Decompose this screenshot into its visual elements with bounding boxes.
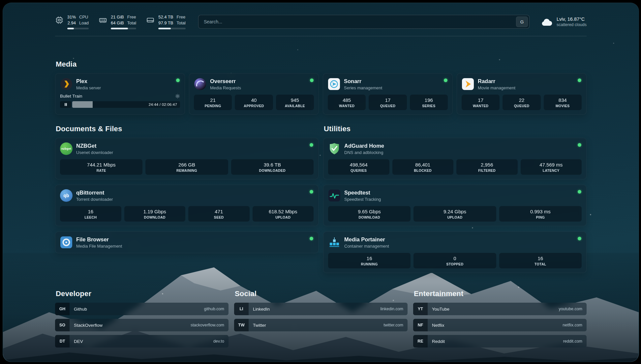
radarr-icon xyxy=(462,78,474,90)
disk-free-label: Free xyxy=(176,14,185,20)
bookmark-url: netflix.com xyxy=(563,323,582,327)
disk-progress-bar xyxy=(158,28,186,29)
section-media: Media Plex Media server xyxy=(55,60,587,115)
bookmark-dev[interactable]: DT DEV dev.to xyxy=(55,335,229,348)
memory-widget: 21 GiB 64 GiB Free Total xyxy=(99,14,136,29)
gear-icon[interactable] xyxy=(175,94,180,99)
search-input[interactable] xyxy=(198,15,530,29)
service-subtitle: Usenet downloader xyxy=(76,150,113,155)
service-header: File Browser Media File Management xyxy=(60,236,314,249)
service-card-filebrowser[interactable]: File Browser Media File Management xyxy=(55,231,319,253)
stat-value: 266 GB xyxy=(147,162,227,167)
bookmark-stackoverflow[interactable]: SO StackOverflow stackoverflow.com xyxy=(55,319,229,331)
stat-queries: 498,564QUERIES xyxy=(328,159,389,175)
stat-label: QUEUED xyxy=(370,104,405,108)
bookmark-netflix[interactable]: NF Netflix netflix.com xyxy=(413,319,587,331)
service-name: Speedtest xyxy=(344,190,381,196)
stat-value: 21 xyxy=(195,97,230,103)
stat-label: DOWNLOAD xyxy=(329,215,409,219)
stat-label: REMAINING xyxy=(147,168,227,172)
service-header: Sonarr Series management xyxy=(328,78,448,90)
portainer-icon xyxy=(328,236,341,249)
stat-label: UPLOAD xyxy=(415,215,495,219)
bookmarks-developer: Developer GH Github github.com SO StackO… xyxy=(55,289,229,348)
stat-value: 17 xyxy=(370,97,405,103)
stat-filtered: 2,956FILTERED xyxy=(456,159,518,175)
bookmark-youtube[interactable]: YT YouTube youtube.com xyxy=(413,303,587,315)
stat-label: WANTED xyxy=(463,104,498,108)
bookmark-github[interactable]: GH Github github.com xyxy=(55,303,229,315)
stat-pending: 21PENDING xyxy=(194,95,232,110)
stat-rate: 744.21 MbpsRATE xyxy=(60,159,142,175)
bookmark-name: DEV xyxy=(74,339,83,344)
service-stats: 498,564QUERIES 86,401BLOCKED 2,956FILTER… xyxy=(328,159,582,175)
disk-widget: 52.4 TB 97.9 TB Free Total xyxy=(146,14,186,29)
service-card-sonarr[interactable]: Sonarr Series management 485WANTED 17QUE… xyxy=(323,73,453,115)
bookmark-url: dev.to xyxy=(213,339,224,344)
service-card-qbittorrent[interactable]: qb qBittorrent Torrent downloader 16LEEC… xyxy=(55,185,319,226)
stat-label: MOVIES xyxy=(545,104,580,108)
stat-queued: 22QUEUED xyxy=(503,95,540,110)
media-cards-row: Plex Media server Bullet Train xyxy=(55,73,587,115)
service-card-overseerr[interactable]: Overseerr Media Requests 21PENDING 40APP… xyxy=(189,73,319,115)
stat-wanted: 485WANTED xyxy=(328,95,366,110)
stat-value: 47.569 ms xyxy=(522,162,581,167)
overseerr-icon xyxy=(194,78,206,90)
stat-value: 39.6 TB xyxy=(232,162,312,167)
stat-label: BLOCKED xyxy=(394,168,452,172)
section-title-media: Media xyxy=(56,60,587,69)
service-stats: 9.65 GbpsDOWNLOAD 9.24 GbpsUPLOAD 0.993 … xyxy=(328,206,582,222)
service-header: Overseerr Media Requests xyxy=(194,78,314,90)
bookmark-name: LinkedIn xyxy=(253,307,270,312)
service-stats: 744.21 MbpsRATE 266 GBREMAINING 39.6 TBD… xyxy=(60,159,314,175)
service-card-radarr[interactable]: Radarr Movie management 17WANTED 22QUEUE… xyxy=(457,73,587,115)
stat-value: 2,956 xyxy=(458,162,516,167)
stat-download: 1.19 GbpsDOWNLOAD xyxy=(124,206,186,222)
bookmark-twitter[interactable]: TW Twitter twitter.com xyxy=(234,319,408,331)
stat-value: 17 xyxy=(463,97,498,103)
bookmark-name: Reddit xyxy=(432,339,445,344)
service-card-speedtest[interactable]: Speedtest Speedtest Tracking 9.65 GbpsDO… xyxy=(323,185,587,226)
qbittorrent-logo-text: qb xyxy=(60,189,73,202)
weather-widget: Lviv, 16.87°C scattered clouds xyxy=(541,16,587,27)
stat-queued: 17QUEUED xyxy=(369,95,407,110)
service-stats: 485WANTED 17QUEUED 196SERIES xyxy=(328,95,448,110)
stat-label: DOWNLOAD xyxy=(126,215,184,219)
bookmark-abbr: DT xyxy=(55,335,70,348)
service-stats: 21PENDING 40APPROVED 945AVAILABLE xyxy=(194,95,314,110)
stat-latency: 47.569 msLATENCY xyxy=(521,159,582,175)
playback-track[interactable]: 24:44 / 02:06:47 xyxy=(72,101,180,108)
dashboard-content: 31% 2.94 CPU Load xyxy=(55,3,587,348)
stat-remaining: 266 GBREMAINING xyxy=(145,159,228,175)
bookmark-url: stackoverflow.com xyxy=(191,323,224,327)
service-name: File Browser xyxy=(76,236,122,243)
stat-label: PING xyxy=(501,215,580,219)
stat-label: QUERIES xyxy=(329,168,388,172)
service-subtitle: DNS and adblocking xyxy=(344,150,384,155)
stat-value: 40 xyxy=(236,97,271,103)
service-subtitle: Torrent downloader xyxy=(76,197,113,202)
pause-button[interactable] xyxy=(60,101,71,108)
stat-running: 16RUNNING xyxy=(328,253,411,268)
section-documents: Documents & Files nzbget NZBGet Usenet d… xyxy=(55,125,319,253)
service-stats: 16LEECH 1.19 GbpsDOWNLOAD 471SEED 618.52… xyxy=(60,206,314,222)
service-name: qBittorrent xyxy=(76,190,113,196)
speedtest-icon xyxy=(328,189,341,202)
service-card-plex[interactable]: Plex Media server Bullet Train xyxy=(55,73,185,115)
service-subtitle: Container management xyxy=(344,244,389,249)
search-provider-button[interactable]: G xyxy=(516,16,528,27)
disk-progress-fill xyxy=(158,28,171,29)
stat-ping: 0.993 msPING xyxy=(499,206,582,222)
service-card-nzbget[interactable]: nzbget NZBGet Usenet downloader 744.21 M… xyxy=(55,138,319,179)
bookmark-reddit[interactable]: RE Reddit reddit.com xyxy=(413,335,587,348)
service-card-portainer[interactable]: Media Portainer Container management 16R… xyxy=(323,231,587,273)
bookmark-linkedin[interactable]: LI LinkedIn linkedin.com xyxy=(234,303,408,315)
disk-icon xyxy=(146,16,155,24)
stat-label: SERIES xyxy=(411,104,446,108)
stat-value: 0.993 ms xyxy=(501,209,580,214)
now-playing-title: Bullet Train xyxy=(60,94,82,99)
bookmark-name: StackOverflow xyxy=(74,323,103,328)
service-name: NZBGet xyxy=(76,143,113,149)
service-card-adguard[interactable]: AdGuard Home DNS and adblocking 498,564Q… xyxy=(323,138,587,179)
stat-value: 9.24 Gbps xyxy=(415,209,495,214)
